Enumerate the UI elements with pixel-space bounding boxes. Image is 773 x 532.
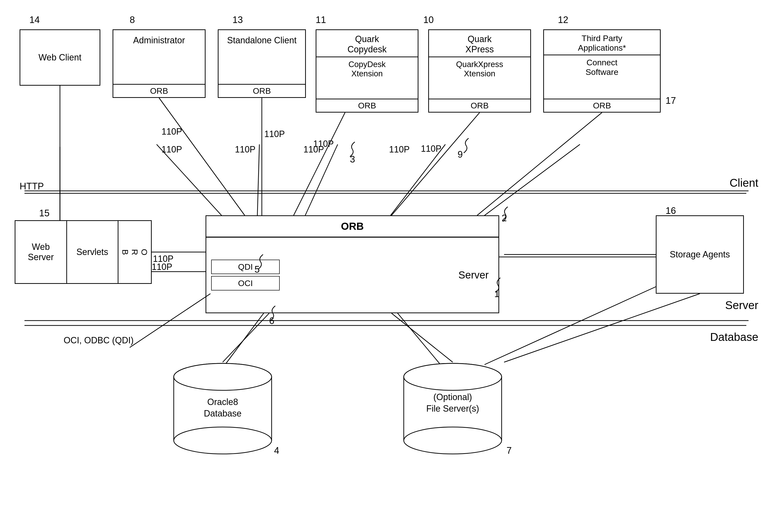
num-15: 15: [39, 208, 49, 219]
oracle-db-label: Oracle8Database: [204, 397, 242, 418]
web-server-label: WebServer: [28, 242, 54, 262]
section-database-label: Database: [710, 330, 758, 344]
protocol-110p-web: 110P: [152, 262, 172, 272]
server-label: Server: [458, 269, 489, 281]
third-party-label: Third PartyApplications*: [578, 34, 626, 52]
oci-label: OCI: [238, 278, 253, 288]
web-client-label: Web Client: [38, 52, 81, 63]
standalone-client-label: Standalone Client: [227, 35, 297, 46]
copydesk-orb: ORB: [316, 99, 418, 112]
svg-line-11: [225, 306, 269, 365]
svg-line-29: [159, 98, 245, 215]
num-4: 4: [274, 445, 279, 456]
standalone-client-box: Standalone Client ORB: [218, 29, 306, 98]
svg-text:110P: 110P: [162, 127, 182, 137]
num-3: 3: [350, 154, 355, 165]
svg-text:110P: 110P: [421, 144, 441, 154]
num-5: 5: [254, 264, 260, 275]
num-12: 12: [558, 15, 568, 25]
main-server-box: ORB QDI OCI Server: [206, 215, 499, 313]
storage-agents-box: Storage Agents: [656, 215, 744, 294]
svg-line-44: [130, 294, 210, 347]
web-client-box: Web Client: [20, 29, 100, 86]
copydesk-xtension-label: CopyDeskXtension: [348, 60, 386, 78]
third-party-orb: ORB: [544, 99, 660, 112]
connect-software-label: ConnectSoftware: [586, 58, 618, 77]
svg-text:110P: 110P: [264, 129, 285, 139]
num-10: 10: [423, 15, 434, 25]
servlets-label: Servlets: [76, 247, 108, 257]
protocol-110p-standalone: 110P: [235, 144, 255, 155]
oracle-db-cylinder: Oracle8Database: [171, 362, 274, 455]
svg-point-25: [404, 363, 502, 390]
protocol-110p-copydesk: 110P: [303, 144, 324, 155]
web-server-group-box: WebServer Servlets ORB: [15, 220, 152, 284]
num-14: 14: [29, 15, 40, 25]
storage-agents-label: Storage Agents: [670, 249, 730, 260]
section-client-label: Client: [729, 176, 758, 189]
http-label: HTTP: [20, 181, 44, 192]
admin-orb: ORB: [113, 84, 205, 97]
protocol-110p-admin: 110P: [162, 144, 182, 155]
svg-point-19: [174, 363, 272, 390]
quark-copydesk-label: QuarkCopydesk: [347, 34, 387, 54]
svg-point-24: [404, 427, 502, 454]
num-9: 9: [458, 149, 463, 160]
num-6: 6: [269, 316, 274, 326]
svg-line-39: [223, 313, 269, 362]
svg-line-37: [477, 113, 602, 215]
third-party-box: Third PartyApplications* ConnectSoftware…: [543, 29, 661, 113]
num-16: 16: [666, 206, 676, 216]
diagram: 14 8 13 11 10 12 Web Client Administrato…: [0, 0, 773, 532]
section-server-label: Server: [725, 299, 758, 312]
file-server-cylinder: (Optional)File Server(s): [401, 362, 504, 455]
svg-line-33: [294, 113, 345, 215]
quarkxpress-xtension-label: QuarkXpressXtension: [456, 60, 503, 78]
standalone-orb: ORB: [219, 84, 305, 97]
protocol-110p-xpress: 110P: [389, 144, 410, 155]
administrator-label: Administrator: [133, 35, 185, 46]
orb-web-label: ORB: [120, 249, 149, 255]
num-13: 13: [232, 15, 243, 25]
xpress-orb: ORB: [429, 99, 530, 112]
num-17: 17: [666, 95, 676, 106]
svg-line-40: [392, 313, 453, 362]
svg-point-18: [174, 427, 272, 454]
svg-line-13: [485, 279, 673, 365]
num-11: 11: [316, 15, 326, 25]
num-1: 1: [494, 289, 499, 299]
svg-line-35: [392, 113, 480, 215]
svg-line-41: [504, 294, 700, 362]
num-8: 8: [130, 15, 135, 25]
quark-copydesk-box: QuarkCopydesk CopyDeskXtension ORB: [316, 29, 418, 113]
oci-odbc-label: OCI, ODBC (QDI): [64, 335, 134, 346]
num-7: 7: [507, 445, 512, 456]
quark-xpress-box: QuarkXPress QuarkXpressXtension ORB: [428, 29, 531, 113]
num-2: 2: [502, 213, 507, 223]
svg-line-12: [392, 306, 440, 365]
server-orb-label: ORB: [341, 220, 364, 232]
quark-xpress-label: QuarkXPress: [465, 34, 494, 54]
qdi-label: QDI: [238, 262, 253, 271]
file-server-label: (Optional)File Server(s): [426, 392, 479, 414]
administrator-box: Administrator ORB: [113, 29, 206, 98]
